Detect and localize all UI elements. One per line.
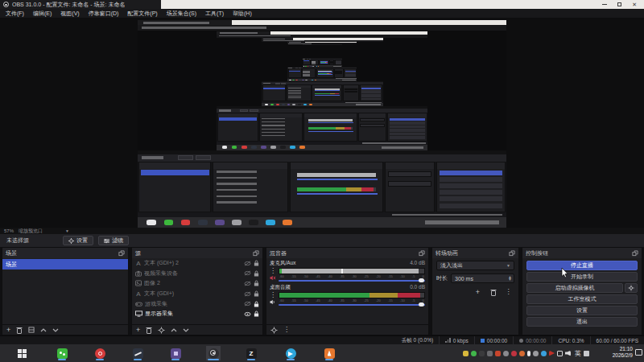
eye-off-icon[interactable]	[244, 270, 251, 276]
move-scene-down-icon[interactable]	[52, 327, 59, 333]
tray-folder-icon[interactable]	[463, 351, 469, 356]
lock-icon[interactable]	[254, 311, 259, 317]
lock-icon[interactable]	[254, 301, 259, 307]
move-source-up-icon[interactable]	[171, 327, 177, 333]
mixer-options-icon[interactable]: ⋮	[283, 327, 290, 333]
move-source-down-icon[interactable]	[183, 327, 189, 333]
taskbar-app-orange[interactable]	[322, 346, 336, 360]
source-row[interactable]: A 文本 (GDI+) 2	[132, 258, 262, 269]
lock-icon[interactable]	[254, 260, 259, 266]
notification-icon[interactable]	[635, 349, 642, 356]
desktop-options-icon[interactable]: ⋮	[270, 292, 276, 298]
preview-area[interactable]	[0, 18, 644, 228]
taskbar-app-wechat[interactable]	[55, 346, 69, 360]
eye-off-icon[interactable]	[244, 301, 251, 306]
tray-icon-dark[interactable]	[479, 351, 485, 356]
settings-button[interactable]: 设置	[526, 306, 638, 315]
lock-icon[interactable]	[254, 270, 259, 277]
lock-icon[interactable]	[254, 290, 259, 297]
exit-button[interactable]: 退出	[526, 317, 638, 327]
minimize-icon[interactable]	[602, 4, 607, 5]
source-filters-button[interactable]: 滤镜	[98, 236, 129, 245]
taskbar-app-obs[interactable]	[206, 346, 221, 360]
source-row[interactable]: A 文本 (GDI+)	[132, 289, 262, 299]
add-source-icon[interactable]: +	[136, 327, 140, 334]
recursive-display-capture[interactable]	[138, 20, 506, 228]
spinner-arrows-icon[interactable]: ▲▼	[508, 276, 514, 281]
menu-file[interactable]: 文件(F)	[6, 10, 24, 18]
remove-scene-icon[interactable]	[16, 327, 23, 334]
source-row[interactable]: 图像 2	[132, 278, 262, 289]
duration-spinbox[interactable]: 300 ms ▲▼	[451, 274, 514, 283]
popout-icon[interactable]	[419, 250, 425, 257]
tray-monitor-icon[interactable]	[557, 351, 563, 356]
start-virtual-camera-button[interactable]: 启动虚拟摄像机	[526, 283, 623, 293]
menu-view[interactable]: 视图(V)	[60, 10, 79, 18]
scene-list-item[interactable]: 场景	[2, 259, 128, 269]
transition-select[interactable]: 淡入淡出 ▼	[436, 261, 514, 270]
lock-icon[interactable]	[254, 280, 259, 286]
menu-docks[interactable]: 停靠窗口(D)	[89, 10, 119, 18]
chevron-down-icon[interactable]: ▼	[65, 228, 69, 233]
obs-titlebar[interactable]: OBS 31.0.0 - 配置文件: 未命名 - 场景: 未命名	[0, 0, 161, 9]
tray-mic-icon[interactable]	[527, 351, 530, 356]
tray-icon-orange[interactable]	[519, 351, 525, 356]
tray-image-icon[interactable]	[584, 351, 589, 356]
stop-streaming-button[interactable]: 停止直播	[526, 261, 638, 270]
taskbar-app-red[interactable]	[93, 346, 107, 360]
tray-icon-crimson[interactable]	[511, 351, 517, 356]
source-row[interactable]: 游戏采集	[132, 298, 262, 309]
tray-media-icon[interactable]	[549, 351, 555, 356]
menu-profile[interactable]: 配置文件(P)	[127, 10, 157, 18]
ime-indicator[interactable]: 英	[575, 349, 581, 358]
desktop-volume-handle[interactable]	[419, 302, 424, 306]
eye-off-icon[interactable]	[244, 261, 251, 266]
taskbar-app-purple[interactable]	[168, 346, 183, 360]
studio-mode-button[interactable]: 工作室模式	[526, 294, 638, 304]
taskbar-app-telegram[interactable]	[283, 346, 298, 360]
mic-options-icon[interactable]: ⋮	[270, 268, 276, 274]
preview-zoom-percent[interactable]: 57%	[4, 228, 14, 233]
speaker-icon[interactable]	[270, 299, 276, 305]
remove-transition-icon[interactable]	[487, 287, 499, 297]
taskbar-clock[interactable]: 21:10 2026/2/9	[596, 346, 633, 360]
add-transition-icon[interactable]: +	[472, 287, 484, 297]
mic-muted-speaker-icon[interactable]	[270, 275, 276, 281]
mic-volume-handle[interactable]	[419, 278, 424, 282]
virtual-camera-settings-button[interactable]	[625, 283, 638, 293]
eye-off-icon[interactable]	[244, 291, 251, 297]
desktop-volume-slider[interactable]	[279, 302, 425, 306]
source-properties-button[interactable]: 设置	[63, 236, 93, 245]
menu-edit[interactable]: 编辑(E)	[33, 10, 52, 18]
menu-help[interactable]: 帮助(H)	[233, 10, 252, 18]
popout-icon[interactable]	[509, 250, 515, 257]
source-row[interactable]: 视频采集设备	[132, 269, 262, 279]
eye-icon[interactable]	[244, 311, 251, 317]
start-button[interactable]	[14, 346, 29, 360]
tray-gear-icon[interactable]	[533, 351, 539, 356]
scene-grid-mode-icon[interactable]	[28, 327, 35, 333]
eye-off-icon[interactable]	[244, 281, 251, 286]
advanced-audio-icon[interactable]	[270, 327, 278, 334]
close-icon[interactable]: ✕	[632, 2, 637, 7]
tray-shield-icon[interactable]	[471, 351, 477, 356]
menu-scene-collection[interactable]: 场景集合(S)	[167, 10, 196, 18]
popout-icon[interactable]	[118, 250, 125, 257]
transition-options-icon[interactable]: ⋮	[502, 287, 514, 297]
start-recording-button[interactable]: 开始录制	[526, 272, 638, 282]
tray-icon-gray[interactable]	[487, 351, 493, 356]
source-properties-icon[interactable]	[158, 327, 165, 334]
menu-tools[interactable]: 工具(T)	[205, 10, 224, 18]
taskbar-app-editor[interactable]	[130, 346, 145, 360]
move-scene-up-icon[interactable]	[40, 327, 47, 333]
popout-icon[interactable]	[253, 250, 259, 257]
tray-icon-dial[interactable]	[503, 351, 509, 356]
mic-volume-slider[interactable]	[279, 278, 425, 282]
popout-icon[interactable]	[632, 250, 638, 257]
tray-icon-red[interactable]	[495, 351, 501, 356]
add-scene-icon[interactable]: +	[6, 327, 10, 334]
remove-source-icon[interactable]	[146, 327, 152, 334]
maximize-icon[interactable]	[617, 2, 621, 6]
source-row-selected[interactable]: 显示器采集	[132, 309, 262, 319]
tray-telegram-icon[interactable]	[541, 351, 547, 356]
